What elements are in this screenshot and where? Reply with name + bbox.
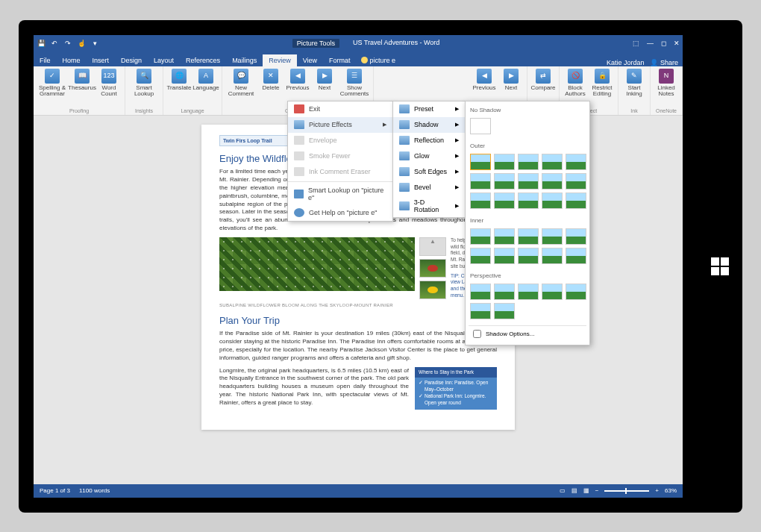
shadow-swatch[interactable]	[494, 284, 515, 300]
zoom-in-icon[interactable]: +	[655, 487, 659, 494]
shadow-swatch[interactable]	[518, 154, 539, 170]
maximize-icon[interactable]: ◻	[661, 40, 666, 47]
submenu-preset[interactable]: Preset▶	[393, 101, 465, 117]
qat-dropdown-icon[interactable]: ▾	[90, 39, 99, 48]
shadow-swatch[interactable]	[518, 173, 539, 190]
shadow-swatch[interactable]	[542, 173, 563, 190]
zoom-slider[interactable]	[604, 490, 649, 492]
shadow-swatch[interactable]	[470, 248, 491, 264]
tab-mailings[interactable]: Mailings	[226, 54, 263, 66]
shadow-swatch-none[interactable]	[470, 118, 491, 134]
figure-thumb-yellow[interactable]	[419, 281, 446, 299]
language-button[interactable]: ALanguage	[195, 69, 217, 92]
show-comments-button[interactable]: ☰Show Comments	[340, 69, 369, 98]
tab-home[interactable]: Home	[57, 54, 87, 66]
submenu-bevel[interactable]: Bevel▶	[393, 180, 465, 195]
undo-icon[interactable]: ↶	[50, 39, 59, 48]
previous-change-button[interactable]: ◀Previous	[473, 69, 495, 92]
next-change-button[interactable]: ▶Next	[500, 69, 522, 92]
shadow-swatch[interactable]	[518, 193, 539, 209]
share-button[interactable]: 👤 Share	[650, 59, 678, 66]
submenu-soft-edges[interactable]: Soft Edges▶	[393, 164, 465, 180]
redo-icon[interactable]: ↷	[63, 39, 72, 48]
shadow-swatch[interactable]	[470, 193, 491, 209]
tab-layout[interactable]: Layout	[148, 54, 180, 66]
submenu-reflection[interactable]: Reflection▶	[393, 133, 465, 148]
submenu-shadow[interactable]: Shadow▶	[393, 117, 465, 133]
shadow-swatch[interactable]	[494, 248, 515, 264]
compare-button[interactable]: ⇄Compare	[532, 69, 554, 92]
shadow-options-checkbox[interactable]	[473, 330, 481, 338]
figure-main-photo[interactable]	[219, 237, 415, 291]
shadow-swatch[interactable]	[566, 248, 586, 264]
figure-thumb-up[interactable]: ▲	[419, 237, 446, 256]
new-comment-button[interactable]: 💬New Comment	[227, 69, 255, 98]
shadow-swatch[interactable]	[542, 284, 563, 300]
zoom-level[interactable]: 63%	[665, 487, 677, 494]
shadow-swatch[interactable]	[470, 173, 491, 190]
previous-comment-button[interactable]: ◀Previous	[286, 69, 309, 92]
translate-button[interactable]: 🌐Translate	[168, 69, 190, 92]
shadow-swatch[interactable]	[470, 228, 491, 245]
page-indicator[interactable]: Page 1 of 3	[40, 487, 70, 494]
shadow-swatch[interactable]	[518, 284, 539, 300]
view-read-icon[interactable]: ▭	[560, 487, 566, 494]
shadow-swatch[interactable]	[470, 154, 491, 170]
popup-smart-lookup[interactable]: Smart Lookup on "picture e"	[288, 184, 392, 205]
save-icon[interactable]: 💾	[37, 39, 46, 48]
tab-references[interactable]: References	[180, 54, 226, 66]
shadow-swatch[interactable]	[494, 228, 515, 245]
view-print-icon[interactable]: ▤	[571, 487, 577, 494]
shadow-options[interactable]: Shadow Options...	[469, 325, 586, 342]
tab-insert[interactable]: Insert	[87, 54, 116, 66]
thesaurus-button[interactable]: 📖Thesaurus	[71, 69, 93, 92]
word-count-button[interactable]: 123Word Count	[98, 69, 120, 98]
shadow-swatch[interactable]	[542, 154, 563, 170]
tell-me-search[interactable]: picture e	[357, 54, 401, 66]
linked-notes-button[interactable]: NLinked Notes	[655, 69, 677, 98]
shadow-swatch[interactable]	[566, 284, 586, 300]
shadow-swatch[interactable]	[470, 303, 491, 319]
word-count[interactable]: 1100 words	[79, 487, 110, 494]
spelling-grammar-button[interactable]: ✓Spelling & Grammar	[38, 69, 66, 98]
shadow-swatch[interactable]	[494, 173, 515, 190]
shadow-swatch[interactable]	[542, 248, 563, 264]
shadow-swatch[interactable]	[518, 228, 539, 245]
tab-design[interactable]: Design	[115, 54, 148, 66]
figure-thumb-red[interactable]	[419, 259, 446, 278]
tab-view[interactable]: View	[297, 54, 323, 66]
shadow-swatch[interactable]	[494, 303, 515, 319]
shadow-swatch[interactable]	[566, 154, 586, 170]
tab-review[interactable]: Review	[263, 54, 297, 66]
tab-file[interactable]: File	[34, 54, 57, 66]
popup-exit[interactable]: Exit	[288, 101, 392, 117]
close-icon[interactable]: ✕	[674, 40, 680, 47]
shadow-swatch[interactable]	[494, 154, 515, 170]
shadow-swatch[interactable]	[494, 193, 515, 209]
zoom-out-icon[interactable]: −	[595, 487, 599, 494]
block-authors-button[interactable]: 🚫Block Authors	[564, 69, 586, 98]
popup-get-help[interactable]: Get Help on "picture e"	[288, 205, 392, 221]
submenu-3d-rotation[interactable]: 3-D Rotation▶	[393, 195, 465, 217]
shadow-swatch[interactable]	[542, 228, 563, 245]
start-inking-button[interactable]: ✎Start Inking	[623, 69, 645, 98]
windows-hardware-button[interactable]	[711, 257, 729, 275]
shadow-swatch[interactable]	[470, 284, 491, 300]
shadow-swatch[interactable]	[566, 173, 586, 190]
shadow-swatch[interactable]	[518, 248, 539, 264]
smart-lookup-button[interactable]: 🔍Smart Lookup	[130, 69, 158, 98]
restrict-editing-button[interactable]: 🔒Restrict Editing	[591, 69, 613, 98]
minimize-icon[interactable]: —	[647, 40, 654, 47]
shadow-swatch[interactable]	[566, 228, 586, 245]
popup-picture-effects[interactable]: Picture Effects▶	[288, 117, 392, 133]
touch-mode-icon[interactable]: ☝	[77, 39, 86, 48]
ribbon-collapse-icon[interactable]: ⬚	[633, 40, 639, 47]
view-web-icon[interactable]: ▦	[583, 487, 589, 494]
delete-comment-button[interactable]: ✕Delete	[260, 69, 282, 92]
tell-me-input[interactable]: picture e	[370, 57, 396, 64]
submenu-glow[interactable]: Glow▶	[393, 148, 465, 164]
next-comment-button[interactable]: ▶Next	[313, 69, 336, 92]
shadow-swatch[interactable]	[566, 193, 586, 209]
user-name[interactable]: Katie Jordan	[607, 59, 645, 66]
shadow-swatch[interactable]	[542, 193, 563, 209]
